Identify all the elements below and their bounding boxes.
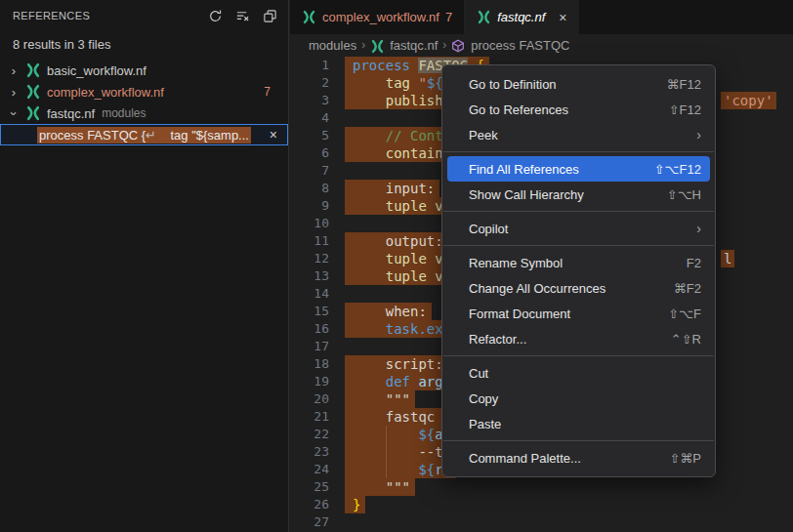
breadcrumb-item-file[interactable]: fastqc.nf [390,38,438,53]
code-token [353,409,386,425]
tab-complex-workflow[interactable]: complex_workflow.nf 7 [290,0,465,34]
line-number[interactable]: 6 [290,144,329,162]
line-number[interactable]: 21 [290,408,329,426]
line-number[interactable]: 8 [290,180,329,197]
line-number[interactable]: 18 [290,355,329,373]
line-number[interactable]: 13 [290,267,329,285]
line-number[interactable]: 24 [290,461,329,478]
code-token [353,321,386,337]
code-line[interactable]: """ [353,478,793,496]
code-token: when: [386,304,427,319]
code-token: def [386,374,419,389]
menu-item-shortcut: ⇧⌥F12 [654,162,701,177]
code-text: ${re [345,461,456,478]
chevron-down-icon[interactable]: › [7,105,21,121]
tree-file-row[interactable]: ›complex_workflow.nf7 [0,81,288,102]
code-token [353,198,386,214]
breadcrumb-separator: › [361,38,365,52]
menu-item-shortcut: ⇧⌥F [668,307,701,321]
tab-fastqc[interactable]: fastqc.nf × [465,0,578,34]
line-number[interactable]: 5 [290,127,329,144]
menu-item-label: Cut [469,366,701,381]
line-number[interactable]: 9 [290,197,329,215]
code-token: ${ [418,427,435,442]
panel-title: REFERENCES [13,10,90,21]
line-number[interactable]: 20 [290,390,329,408]
code-text: when: [345,303,432,320]
collapse-all-icon[interactable] [259,5,280,26]
line-number[interactable]: 2 [290,74,329,92]
code-token [353,145,386,161]
menu-item-label: Show Call Hierarchy [469,187,667,202]
menu-item-refactor[interactable]: Refactor...⌃⇧R [442,326,715,351]
line-number[interactable]: 12 [290,250,329,267]
code-text: // Conta [345,127,456,144]
menu-item-label: Copilot [469,222,696,236]
code-text: tuple va [345,197,456,215]
menu-item-peek[interactable]: Peek› [442,122,715,147]
line-number[interactable]: 11 [290,232,329,250]
submenu-arrow-icon: › [696,221,701,236]
menu-item-find-all-references[interactable]: Find All References⇧⌥F12 [447,156,710,182]
code-token [353,128,386,143]
menu-item-shortcut: F2 [687,256,701,270]
line-number[interactable]: 27 [290,513,329,531]
line-number[interactable]: 25 [290,478,329,496]
menu-item-shortcut: ⇧⌥H [667,187,701,202]
line-number[interactable]: 1 [290,57,329,74]
line-number[interactable]: 26 [290,496,329,513]
tree-file-row[interactable]: ›basic_workflow.nf [0,60,288,81]
tab-label: complex_workflow.nf [322,10,439,24]
menu-item-rename-symbol[interactable]: Rename SymbolF2 [442,250,715,275]
line-number[interactable]: 15 [290,303,329,320]
menu-item-format-document[interactable]: Format Document⇧⌥F [442,301,715,326]
menu-item-label: Paste [469,417,701,431]
menu-item-copilot[interactable]: Copilot› [442,216,715,241]
menu-item-cut[interactable]: Cut [442,360,715,386]
line-number[interactable]: 23 [290,443,329,461]
menu-item-change-all-occurrences[interactable]: Change All Occurrences⌘F2 [442,275,715,301]
line-number[interactable]: 4 [290,109,329,127]
menu-item-label: Change All Occurrences [469,281,674,296]
refresh-icon[interactable] [204,5,226,26]
breadcrumb-item-symbol[interactable]: process FASTQC [471,38,569,53]
chevron-right-icon[interactable]: › [6,85,21,100]
line-number[interactable]: 17 [290,338,329,355]
dismiss-reference-icon[interactable]: × [270,127,277,143]
code-text: --th [345,443,456,461]
result-count-badge: 7 [264,85,271,99]
line-number[interactable]: 16 [290,320,329,338]
line-number[interactable]: 7 [290,162,329,180]
menu-item-copy[interactable]: Copy [442,386,715,411]
menu-item-go-to-definition[interactable]: Go to Definition⌘F12 [442,71,715,97]
code-token: " [418,75,426,91]
line-number[interactable]: 14 [290,285,329,303]
reference-result-row[interactable]: process FASTQC {↵ tag "${samp...× [0,124,288,145]
menu-item-go-to-references[interactable]: Go to References⇧F12 [442,97,715,122]
tab-close-icon[interactable]: × [559,10,566,25]
menu-item-label: Format Document [469,307,668,321]
code-token [353,268,386,284]
menu-item-command-palette[interactable]: Command Palette...⇧⌘P [442,445,715,471]
code-text: ${ar [345,426,456,443]
code-fragment-right: 'copy' [721,92,776,109]
code-token: tag [386,75,419,91]
menu-item-show-call-hierarchy[interactable]: Show Call Hierarchy⇧⌥H [442,182,715,207]
line-number[interactable]: 10 [290,215,329,232]
nextflow-icon [302,10,316,24]
clear-all-icon[interactable] [231,5,253,26]
symbol-module-icon [451,39,466,54]
chevron-right-icon[interactable]: › [6,63,21,78]
code-line[interactable] [353,513,793,531]
menu-item-paste[interactable]: Paste [442,411,715,436]
line-number[interactable]: 3 [290,92,329,109]
menu-item-label: Rename Symbol [469,256,687,270]
code-line[interactable]: } [353,496,793,513]
line-number[interactable]: 22 [290,426,329,443]
tab-problem-count: 7 [445,10,452,24]
tree-file-row[interactable]: ›fastqc.nfmodules [0,102,288,124]
code-token [353,462,418,477]
breadcrumb-item-modules[interactable]: modules [309,38,356,53]
code-token: """ [386,479,410,495]
line-number[interactable]: 19 [290,373,329,390]
